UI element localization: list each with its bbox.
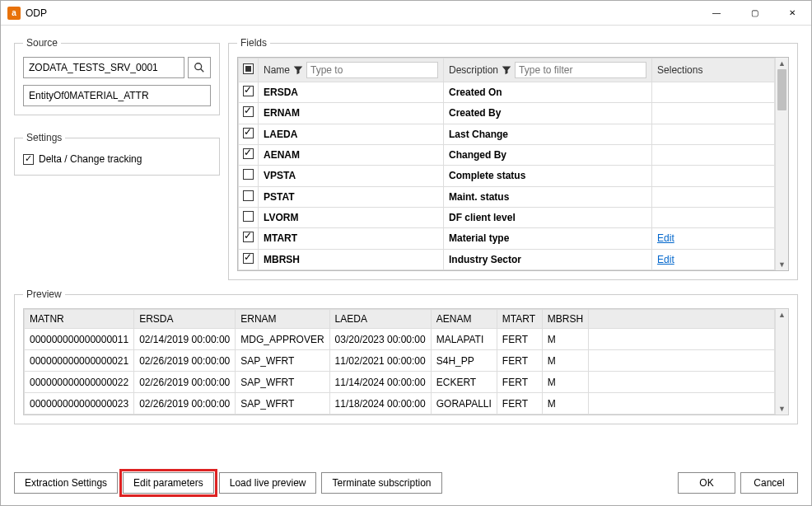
- field-checkbox[interactable]: [243, 128, 254, 138]
- fields-row: ERNAMCreated By: [239, 103, 775, 124]
- preview-cell: 000000000000000021: [25, 350, 134, 372]
- preview-legend: Preview: [23, 288, 65, 300]
- preview-cell: M: [542, 393, 588, 415]
- preview-cell: GORAPALLI: [431, 393, 497, 415]
- preview-column-header[interactable]: ERSDA: [134, 310, 236, 329]
- preview-cell: 02/26/2019 00:00:00: [134, 350, 236, 372]
- description-header: Description: [444, 59, 652, 82]
- field-selection-cell[interactable]: Edit: [652, 228, 775, 249]
- field-description-cell: Created On: [444, 82, 652, 103]
- search-icon: [194, 62, 205, 73]
- field-description-cell: Material type: [444, 228, 652, 249]
- preview-cell: FERT: [497, 393, 542, 415]
- fields-legend: Fields: [237, 37, 270, 49]
- field-checkbox[interactable]: [243, 86, 254, 96]
- delta-checkbox-row[interactable]: Delta / Change tracking: [23, 152, 211, 166]
- preview-column-header[interactable]: MATNR: [25, 310, 134, 329]
- preview-column-header[interactable]: MTART: [497, 310, 542, 329]
- maximize-button[interactable]: ▢: [735, 1, 773, 26]
- svg-point-0: [195, 63, 202, 70]
- entity-input[interactable]: [23, 85, 211, 106]
- preview-cell: 03/20/2023 00:00:00: [329, 329, 431, 350]
- preview-cell-empty: [589, 329, 775, 350]
- field-selection-cell: [652, 166, 775, 186]
- field-description-cell: Industry Sector: [444, 249, 652, 269]
- fields-row: MBRSHIndustry SectorEdit: [239, 249, 775, 269]
- preview-cell-empty: [589, 372, 775, 393]
- ok-button[interactable]: OK: [678, 472, 735, 494]
- field-selection-cell: [652, 124, 775, 144]
- preview-column-header[interactable]: ERNAM: [236, 310, 329, 329]
- field-checkbox[interactable]: [243, 190, 254, 201]
- preview-cell: M: [542, 350, 588, 372]
- delta-label: Delta / Change tracking: [39, 153, 142, 165]
- field-checkbox[interactable]: [243, 106, 254, 117]
- service-input[interactable]: [23, 57, 184, 78]
- field-checkbox-cell[interactable]: [239, 249, 259, 269]
- description-filter-input[interactable]: [515, 62, 646, 78]
- fields-scrollbar[interactable]: ▲ ▼: [775, 58, 788, 270]
- field-checkbox-cell[interactable]: [239, 82, 259, 103]
- preview-scrollbar[interactable]: ▲ ▼: [775, 309, 788, 415]
- preview-cell: 02/26/2019 00:00:00: [134, 372, 236, 393]
- preview-column-header[interactable]: MBRSH: [542, 310, 588, 329]
- field-selection-cell: [652, 186, 775, 207]
- edit-parameters-button[interactable]: Edit parameters: [123, 472, 214, 494]
- preview-cell: FERT: [497, 329, 542, 350]
- preview-column-header[interactable]: LAEDA: [329, 310, 431, 329]
- titlebar: a ODP — ▢ ✕: [1, 1, 811, 26]
- settings-group: Settings Delta / Change tracking: [14, 132, 220, 176]
- extraction-settings-button[interactable]: Extraction Settings: [14, 472, 118, 494]
- delta-checkbox[interactable]: [23, 154, 34, 165]
- select-all-header[interactable]: [239, 59, 259, 82]
- field-checkbox-cell[interactable]: [239, 228, 259, 249]
- cancel-button[interactable]: Cancel: [740, 472, 798, 494]
- terminate-subscription-button[interactable]: Terminate subscription: [321, 472, 441, 494]
- field-checkbox-cell[interactable]: [239, 144, 259, 165]
- field-selection-cell: [652, 144, 775, 165]
- field-description-cell: Changed By: [444, 144, 652, 165]
- source-legend: Source: [23, 37, 61, 49]
- search-service-button[interactable]: [188, 57, 211, 78]
- field-name-cell: ERNAM: [259, 103, 444, 124]
- field-checkbox[interactable]: [243, 253, 254, 264]
- preview-row: 00000000000000002102/26/2019 00:00:00SAP…: [25, 350, 775, 372]
- field-checkbox-cell[interactable]: [239, 166, 259, 186]
- filter-icon: [293, 65, 303, 75]
- preview-cell: MALAPATI: [431, 329, 497, 350]
- description-header-label: Description: [449, 64, 498, 76]
- edit-selection-link[interactable]: Edit: [657, 254, 674, 265]
- field-checkbox-cell[interactable]: [239, 124, 259, 144]
- load-live-preview-button[interactable]: Load live preview: [219, 472, 317, 494]
- preview-group: Preview MATNRERSDAERNAMLAEDAAENAMMTARTMB…: [14, 288, 798, 424]
- field-name-cell: MBRSH: [259, 249, 444, 269]
- field-name-cell: AENAM: [259, 144, 444, 165]
- fields-table: Name Description: [238, 58, 775, 270]
- edit-selection-link[interactable]: Edit: [657, 232, 674, 244]
- preview-cell: MDG_APPROVER: [236, 329, 329, 350]
- field-checkbox-cell[interactable]: [239, 186, 259, 207]
- field-selection-cell: [652, 103, 775, 124]
- name-filter-input[interactable]: [306, 62, 438, 78]
- field-checkbox-cell[interactable]: [239, 207, 259, 227]
- field-checkbox[interactable]: [243, 211, 254, 222]
- preview-column-header[interactable]: AENAM: [431, 310, 497, 329]
- preview-cell: 11/14/2024 00:00:00: [329, 372, 431, 393]
- fields-row: LVORMDF client level: [239, 207, 775, 227]
- field-description-cell: Maint. status: [444, 186, 652, 207]
- fields-row: ERSDACreated On: [239, 82, 775, 103]
- field-description-cell: Complete status: [444, 166, 652, 186]
- preview-cell: M: [542, 372, 588, 393]
- field-checkbox[interactable]: [243, 232, 254, 242]
- fields-row: MTARTMaterial typeEdit: [239, 228, 775, 249]
- app-icon: a: [7, 7, 21, 20]
- fields-row: AENAMChanged By: [239, 144, 775, 165]
- field-checkbox-cell[interactable]: [239, 103, 259, 124]
- close-button[interactable]: ✕: [773, 1, 811, 26]
- field-checkbox[interactable]: [243, 148, 254, 159]
- field-selection-cell[interactable]: Edit: [652, 249, 775, 269]
- field-description-cell: Last Change: [444, 124, 652, 144]
- minimize-button[interactable]: —: [698, 1, 735, 26]
- field-checkbox[interactable]: [243, 169, 254, 180]
- field-name-cell: LAEDA: [259, 124, 444, 144]
